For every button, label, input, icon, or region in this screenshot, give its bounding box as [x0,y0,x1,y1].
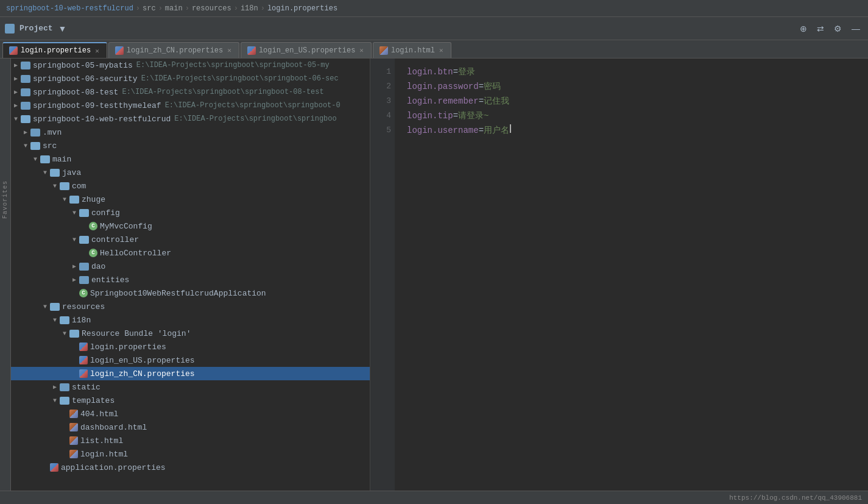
sync-btn[interactable]: ⇄ [814,22,827,35]
text-cursor [510,124,511,133]
tree-item-s31[interactable]: application.properties [11,461,370,474]
tab-login-zh-cn[interactable]: login_zh_CN.properties ✕ [108,42,239,58]
code-view[interactable]: login.btn=登录login.password=密码login.remem… [395,59,868,491]
tree-arrow: ▼ [40,303,50,310]
tree-path: E:\IDEA-Projects\springboot\springboo [174,115,336,123]
tree-arrow: ▼ [69,236,79,243]
tab-close-btn[interactable]: ✕ [438,46,445,55]
breadcrumb-item[interactable]: resources [192,4,231,13]
spring-icon [89,222,97,230]
code-line: login.username=用户名 [407,123,868,138]
tree-arrow: ▶ [11,88,21,96]
tree-item-s21[interactable]: ▼Resource Bundle 'login' [11,327,370,340]
prop-value: 请登录~ [458,108,489,123]
tree-label: java [62,168,81,177]
sidebar[interactable]: ▶springboot-05-mybatisE:\IDEA-Projects\s… [11,59,370,491]
project-section: Project ▼ [5,22,69,35]
tree-item-s10[interactable]: ▼com [11,179,370,193]
tree-item-s3[interactable]: ▶springboot-08-testE:\IDEA-Projects\spri… [11,85,370,99]
code-line: login.remember=记住我 [407,94,868,108]
tree-item-s6[interactable]: ▶.mvn [11,126,370,139]
tree-item-s28[interactable]: dashboard.html [11,421,370,434]
tree-item-s20[interactable]: ▼i18n [11,313,370,327]
tab-login-properties[interactable]: login.properties ✕ [2,42,107,58]
tab-close-btn[interactable]: ✕ [226,46,233,55]
folder-icon [21,88,30,96]
breadcrumb-item[interactable]: src [143,4,156,13]
prop-eq: = [453,108,458,123]
tree-arrow: ▼ [30,156,40,163]
settings-btn[interactable]: ⚙ [831,22,845,35]
breadcrumb-sep: › [261,4,265,13]
minimize-btn[interactable]: — [849,22,863,35]
tree-item-s23[interactable]: login_en_US.properties [11,353,370,367]
folder-icon [40,155,50,163]
tree-item-s24[interactable]: login_zh_CN.properties [11,367,370,380]
tree-label: springboot-06-security [33,74,138,83]
tree-item-s22[interactable]: login.properties [11,340,370,353]
tree-item-s19[interactable]: ▼resources [11,300,370,313]
folder-icon [69,196,79,204]
prop-eq: = [479,123,484,138]
tree-item-s15[interactable]: HelloController [11,246,370,260]
tree-label: 404.html [80,410,118,419]
prop-value: 密码 [484,79,501,94]
tree-item-s5[interactable]: ▼springboot-10-web-restfulcrudE:\IDEA-Pr… [11,112,370,126]
tree-item-s2[interactable]: ▶springboot-06-securityE:\IDEA-Projects\… [11,72,370,85]
tree-label: i18n [72,316,91,325]
tree-item-s7[interactable]: ▼src [11,139,370,152]
folder-icon [79,209,89,217]
html-icon [69,450,78,458]
tree-item-s9[interactable]: ▼java [11,166,370,179]
tree-arrow: ▼ [69,210,79,216]
tree-item-s29[interactable]: list.html [11,434,370,447]
folder-icon [60,316,69,324]
tree-item-s12[interactable]: ▼config [11,206,370,219]
project-folder-icon [5,24,15,34]
folder-icon [30,129,40,137]
breadcrumb-item[interactable]: main [165,4,183,13]
tab-login-html[interactable]: login.html ✕ [373,42,451,58]
tab-close-btn[interactable]: ✕ [358,46,365,55]
folder-icon [60,397,69,405]
tree-label: zhuge [82,195,105,204]
tree-item-s30[interactable]: login.html [11,447,370,461]
tree-item-s25[interactable]: ▶static [11,380,370,394]
code-line: login.btn=登录 [407,65,868,79]
folder-icon [60,383,69,391]
tree-label: controller [91,235,139,244]
dropdown-btn[interactable]: ▼ [55,22,70,35]
prop-value: 用户名 [484,123,509,138]
tree-item-s17[interactable]: ▶entities [11,273,370,286]
tree-label: springboot-10-web-restfulcrud [33,115,171,124]
tree-item-s27[interactable]: 404.html [11,407,370,421]
tree-item-s11[interactable]: ▼zhuge [11,193,370,206]
folder-icon [50,169,60,177]
project-label[interactable]: Project [19,24,53,33]
tree-label: dashboard.html [80,423,147,432]
folder-icon [30,142,40,150]
tree-label: Resource Bundle 'login' [82,329,191,338]
tree-item-s8[interactable]: ▼main [11,152,370,166]
prop-key: login.remember [407,94,479,108]
tree-arrow: ▼ [40,169,50,176]
tree-label: login.html [80,450,128,459]
breadcrumb-item[interactable]: springboot-10-web-restfulcrud [6,4,133,13]
tab-close-btn[interactable]: ✕ [94,46,101,55]
status-bar: https://blog.csdn.net/qq_43906881 [0,491,868,504]
tree-item-s14[interactable]: ▼controller [11,233,370,246]
breadcrumb-item[interactable]: i18n [241,4,258,13]
tree-item-s4[interactable]: ▶springboot-09-testthymeleafE:\IDEA-Proj… [11,99,370,112]
line-number: 4 [370,108,391,123]
tree-arrow: ▼ [60,330,69,337]
tree-item-s26[interactable]: ▼templates [11,394,370,407]
tree-item-s16[interactable]: ▶dao [11,260,370,273]
tree-label: Springboot10WebRestfulcrudApplication [90,289,266,298]
tab-login-en-us[interactable]: login_en_US.properties ✕ [241,42,372,58]
tree-arrow: ▶ [11,102,21,109]
folder-icon [21,102,30,110]
tree-item-s1[interactable]: ▶springboot-05-mybatisE:\IDEA-Projects\s… [11,59,370,72]
add-btn[interactable]: ⊕ [797,22,810,35]
tree-item-s13[interactable]: MyMvcConfig [11,219,370,233]
tree-item-s18[interactable]: Springboot10WebRestfulcrudApplication [11,286,370,300]
